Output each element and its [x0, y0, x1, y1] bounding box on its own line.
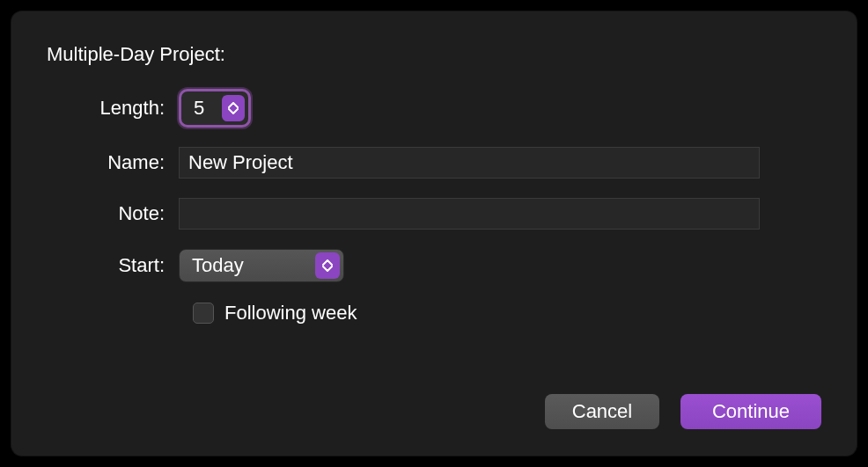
start-label: Start: [47, 254, 179, 277]
following-week-label: Following week [224, 302, 357, 325]
cancel-button[interactable]: Cancel [545, 394, 659, 429]
length-row: Length: 5 [47, 89, 821, 128]
following-week-row: Following week [193, 302, 821, 325]
name-input[interactable] [179, 147, 760, 179]
start-select[interactable]: Today [179, 249, 344, 282]
note-input[interactable] [179, 198, 760, 230]
name-label: Name: [47, 151, 179, 174]
dialog-buttons: Cancel Continue [545, 394, 821, 429]
up-down-arrows-icon [315, 252, 340, 279]
up-down-arrows-icon[interactable] [222, 95, 245, 121]
length-label: Length: [47, 97, 179, 120]
note-row: Note: [47, 198, 821, 230]
length-value: 5 [194, 97, 215, 120]
note-label: Note: [47, 202, 179, 225]
continue-button[interactable]: Continue [680, 394, 821, 429]
new-project-dialog: Multiple-Day Project: Length: 5 Name: No… [11, 11, 857, 456]
name-row: Name: [47, 147, 821, 179]
start-row: Start: Today [47, 249, 821, 282]
length-stepper[interactable]: 5 [179, 89, 251, 128]
start-value: Today [192, 254, 244, 277]
dialog-title: Multiple-Day Project: [47, 43, 821, 66]
following-week-checkbox[interactable] [193, 303, 214, 324]
